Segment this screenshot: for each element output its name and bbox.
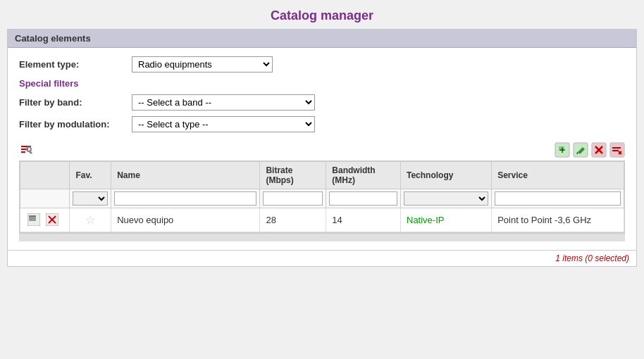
filter-modulation-select[interactable]: -- Select a type -- QPSK QAM16 QAM64 (132, 116, 315, 132)
filter-fav: ★ (70, 189, 111, 208)
filter-band-select[interactable]: -- Select a band -- Band 1 Band 2 (132, 94, 315, 111)
row-edit-icon (27, 213, 40, 226)
main-container: Catalog elements Element type: Radio equ… (7, 29, 637, 267)
fav-filter-select[interactable]: ★ (73, 191, 108, 206)
element-type-label: Element type: (19, 59, 132, 70)
clear-all-icon (609, 142, 625, 158)
table-header-row: Fav. Name Bitrate (Mbps) Bandwidth (MHz)… (20, 162, 624, 189)
element-type-select[interactable]: Radio equipments Antennas Cables Connect… (132, 56, 273, 73)
status-bar: 1 items (0 selected) (8, 250, 636, 266)
row-bitrate: 28 (260, 208, 326, 232)
add-icon: + (555, 142, 570, 158)
col-header-actions (20, 162, 70, 189)
section-header: Catalog elements (8, 30, 636, 48)
row-technology: Native-IP (401, 208, 492, 232)
filter-band-label: Filter by band: (19, 97, 132, 108)
filter-bitrate (260, 189, 326, 208)
toolbar-right: + (555, 142, 625, 158)
svg-point-4 (27, 147, 31, 151)
edit-button[interactable] (573, 142, 588, 158)
filter-modulation-label: Filter by modulation: (19, 119, 132, 130)
svg-rect-20 (612, 150, 619, 151)
page-title: Catalog manager (0, 0, 644, 29)
add-button[interactable]: + (555, 142, 570, 158)
col-header-service: Service (492, 162, 624, 189)
status-text: 1 items (0 selected) (555, 253, 629, 263)
delete-icon (591, 142, 607, 158)
table-row: ☆ Nuevo equipo 28 14 Native-IP Point to … (20, 208, 624, 232)
toolbar: + (19, 138, 625, 160)
row-name: Nuevo equipo (111, 208, 260, 232)
technology-filter-select[interactable]: Native-IP Ethernet SDH (404, 191, 488, 206)
filter-technology: Native-IP Ethernet SDH (401, 189, 492, 208)
edit-icon (573, 142, 588, 158)
element-type-row: Element type: Radio equipments Antennas … (19, 56, 625, 73)
row-service: Point to Point -3,6 GHz (492, 208, 624, 232)
row-delete-icon (46, 213, 58, 226)
svg-rect-19 (612, 147, 621, 149)
col-header-bitrate: Bitrate (Mbps) (260, 162, 326, 189)
filter-modulation-row: Filter by modulation: -- Select a type -… (19, 116, 625, 132)
name-filter-input[interactable] (114, 191, 256, 206)
svg-rect-25 (29, 215, 36, 217)
row-bandwidth: 14 (326, 208, 401, 232)
special-filters-label: Special filters (19, 78, 625, 89)
filter-bandwidth (326, 189, 401, 208)
row-actions (20, 208, 70, 232)
service-filter-input[interactable] (495, 191, 621, 206)
svg-rect-2 (21, 151, 25, 153)
table-body: ☆ Nuevo equipo 28 14 Native-IP Point to … (20, 208, 624, 232)
filter-icon-button[interactable] (19, 142, 35, 158)
filter-band-row: Filter by band: -- Select a band -- Band… (19, 94, 625, 111)
filter-name (111, 189, 260, 208)
row-fav[interactable]: ☆ (70, 208, 111, 232)
filter-actions (20, 189, 70, 208)
col-header-bandwidth: Bandwidth (MHz) (326, 162, 401, 189)
delete-button[interactable] (591, 142, 607, 158)
bitrate-filter-input[interactable] (263, 191, 323, 206)
col-header-fav: Fav. (70, 162, 111, 189)
filter-service (492, 189, 624, 208)
col-header-name: Name (111, 162, 260, 189)
table-filter-row: ★ (20, 189, 624, 208)
horizontal-scrollbar[interactable] (19, 233, 625, 241)
wrench-icon (20, 143, 34, 157)
toolbar-left (19, 142, 35, 158)
bandwidth-filter-input[interactable] (329, 191, 397, 206)
col-header-technology: Technology (401, 162, 492, 189)
clear-all-button[interactable] (609, 142, 625, 158)
data-table-wrapper: Fav. Name Bitrate (Mbps) Bandwidth (MHz)… (19, 160, 625, 233)
svg-rect-8 (559, 146, 564, 151)
data-table: Fav. Name Bitrate (Mbps) Bandwidth (MHz)… (20, 161, 624, 232)
svg-line-12 (577, 152, 578, 154)
row-edit-button[interactable] (26, 212, 42, 227)
row-delete-button[interactable] (44, 212, 60, 227)
